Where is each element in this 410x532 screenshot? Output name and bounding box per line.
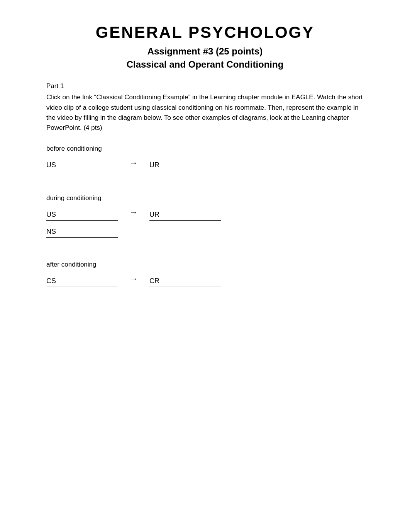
after-cr-line bbox=[149, 287, 221, 287]
during-conditioning-label: during conditioning bbox=[46, 194, 364, 202]
during-conditioning-section: during conditioning US → UR NS bbox=[46, 194, 364, 238]
before-row: US → UR bbox=[46, 158, 364, 171]
before-us-item: US bbox=[46, 161, 118, 171]
after-cr-label: CR bbox=[149, 277, 221, 285]
after-cr-item: CR bbox=[149, 277, 221, 287]
before-ur-line bbox=[149, 171, 221, 171]
during-ur-line bbox=[149, 220, 221, 221]
after-conditioning-label: after conditioning bbox=[46, 261, 364, 269]
subtitle-line1: Assignment #3 (25 points) bbox=[46, 45, 364, 58]
part1-label: Part 1 bbox=[46, 82, 364, 90]
after-arrow: → bbox=[118, 274, 149, 287]
during-ns-line bbox=[46, 237, 118, 238]
after-cs-line bbox=[46, 287, 118, 287]
before-ur-label: UR bbox=[149, 161, 221, 169]
main-title: GENERAL PSYCHOLOGY bbox=[46, 23, 364, 42]
during-ns-row: NS bbox=[46, 228, 364, 238]
during-us-item: US bbox=[46, 211, 118, 221]
during-us-label: US bbox=[46, 211, 118, 219]
page-header: GENERAL PSYCHOLOGY Assignment #3 (25 poi… bbox=[46, 23, 364, 71]
after-conditioning-section: after conditioning CS → CR bbox=[46, 261, 364, 287]
during-ur-item: UR bbox=[149, 211, 221, 221]
before-us-line bbox=[46, 171, 118, 171]
before-us-label: US bbox=[46, 161, 118, 169]
during-ur-label: UR bbox=[149, 211, 221, 219]
part1-instructions: Click on the link “Classical Conditionin… bbox=[46, 92, 364, 133]
subtitle-line2: Classical and Operant Conditioning bbox=[46, 58, 364, 71]
during-arrow: → bbox=[118, 207, 149, 221]
during-ns-label: NS bbox=[46, 228, 364, 236]
subtitle: Assignment #3 (25 points) Classical and … bbox=[46, 45, 364, 71]
during-us-line bbox=[46, 220, 118, 221]
before-arrow: → bbox=[118, 158, 149, 171]
after-row: CS → CR bbox=[46, 274, 364, 287]
after-cs-item: CS bbox=[46, 277, 118, 287]
before-conditioning-label: before conditioning bbox=[46, 145, 364, 153]
before-conditioning-section: before conditioning US → UR bbox=[46, 145, 364, 171]
before-ur-item: UR bbox=[149, 161, 221, 171]
after-cs-label: CS bbox=[46, 277, 118, 285]
during-row1: US → UR bbox=[46, 207, 364, 221]
